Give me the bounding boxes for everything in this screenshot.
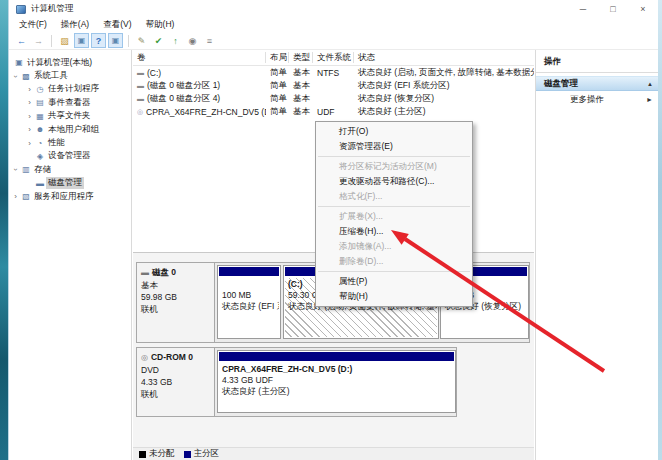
legend-unallocated: 未分配 xyxy=(139,448,175,460)
disk-management-icon: ▬ xyxy=(34,179,46,188)
volume-type: 基本 xyxy=(289,80,313,92)
partition-color-band xyxy=(219,352,454,361)
disk-0-header[interactable]: ▬磁盘 0 基本 59.98 GB 联机 xyxy=(137,263,215,342)
tree-item-task-scheduler[interactable]: › ◷ 任务计划程序 xyxy=(9,83,131,96)
services-icon: ▧ xyxy=(20,192,32,201)
close-button[interactable]: × xyxy=(628,0,658,18)
show-console-tree-icon[interactable]: ▣ xyxy=(74,33,89,48)
partition-status: 状态良好 (EFI 系统分区) xyxy=(222,301,276,312)
volume-row-c[interactable]: ▬(C:) 简单 基本 NTFS 状态良好 (启动, 页面文件, 故障转储, 基… xyxy=(133,66,534,79)
list-icon[interactable]: ≡ xyxy=(202,33,217,48)
menu-item-mark-active: 将分区标记为活动分区(M) xyxy=(316,159,472,174)
tree-item-system-tools[interactable]: › ▩ 系统工具 xyxy=(9,69,131,82)
minimize-button[interactable]: ─ xyxy=(568,0,598,18)
volume-type: 基本 xyxy=(289,106,313,118)
menu-item-open[interactable]: 打开(O) xyxy=(316,124,472,139)
tree-item-disk-management[interactable]: ▬ 磁盘管理 xyxy=(9,177,131,190)
export-icon[interactable]: ▨ xyxy=(57,33,72,48)
volume-status: 状态良好 (EFI 系统分区) xyxy=(354,80,534,92)
volume-layout: 简单 xyxy=(266,67,289,79)
back-icon[interactable]: ← xyxy=(14,33,29,48)
column-header-volume[interactable]: 卷 xyxy=(133,52,266,63)
partition-efi[interactable]: 100 MB 状态良好 (EFI 系统分区) xyxy=(217,265,281,339)
menu-item-shrink-volume[interactable]: 压缩卷(H)... xyxy=(316,224,472,239)
forward-icon[interactable]: → xyxy=(31,33,46,48)
tree-item-label: 服务和应用程序 xyxy=(32,191,96,203)
partition-label: CPRA_X64FRE_ZH-CN_DV5 (D:) xyxy=(222,364,451,375)
actions-group-disk-management[interactable]: 磁盘管理 ▲ xyxy=(536,76,659,91)
event-viewer-icon: ▤ xyxy=(34,98,46,107)
chevron-collapsed-icon[interactable]: › xyxy=(25,98,34,107)
volume-filesystem: UDF xyxy=(313,107,354,117)
partition-dvd[interactable]: CPRA_X64FRE_ZH-CN_DV5 (D:) 4.33 GB UDF 状… xyxy=(217,350,456,413)
column-header-filesystem[interactable]: 文件系统 xyxy=(313,52,354,63)
maximize-button[interactable]: □ xyxy=(598,0,628,18)
volume-type: 基本 xyxy=(289,93,313,105)
column-header-status[interactable]: 状态 xyxy=(354,52,534,63)
chevron-expanded-icon[interactable]: › xyxy=(11,72,20,81)
tree-item-event-viewer[interactable]: › ▤ 事件查看器 xyxy=(9,96,131,109)
tree-item-storage[interactable]: › ▥ 存储 xyxy=(9,163,131,176)
menu-help[interactable]: 帮助(H) xyxy=(139,19,182,31)
console-tree: ▣ 计算机管理(本地) › ▩ 系统工具 › ◷ 任务计划程序 › ▤ 事件查看… xyxy=(9,50,132,460)
volume-row-dvd[interactable]: ◎CPRA_X64FRE_ZH-CN_DV5 (D:) 简单 基本 UDF 状态… xyxy=(133,105,534,118)
menu-item-change-drive-letter[interactable]: 更改驱动器号和路径(C)... xyxy=(316,174,472,189)
tree-item-performance[interactable]: › ◔ 性能 xyxy=(9,136,131,149)
menu-item-help[interactable]: 帮助(H) xyxy=(316,289,472,304)
up-level-icon[interactable]: ↑ xyxy=(168,33,183,48)
volume-type: 基本 xyxy=(289,67,313,79)
menu-file[interactable]: 文件(F) xyxy=(12,19,54,31)
computer-icon: ▣ xyxy=(13,58,25,67)
tree-item-computer-management[interactable]: ▣ 计算机管理(本地) xyxy=(9,56,131,69)
chevron-collapsed-icon[interactable]: › xyxy=(25,125,34,134)
disk-name: 磁盘 0 xyxy=(152,267,176,277)
tree-item-label: 任务计划程序 xyxy=(46,83,101,95)
help-icon[interactable]: ? xyxy=(91,33,106,48)
menu-separator xyxy=(318,271,470,272)
volume-icon: ▬ xyxy=(137,82,144,89)
volume-context-menu: 打开(O) 资源管理器(E) 将分区标记为活动分区(M) 更改驱动器号和路径(C… xyxy=(315,121,473,307)
manage-icon[interactable]: ✎ xyxy=(134,33,149,48)
find-icon[interactable]: ◉ xyxy=(185,33,200,48)
menu-action[interactable]: 操作(A) xyxy=(54,19,96,31)
disk-kind: 基本 xyxy=(141,279,214,291)
tree-item-shared-folders[interactable]: › ▦ 共享文件夹 xyxy=(9,110,131,123)
tree-item-services-applications[interactable]: › ▧ 服务和应用程序 xyxy=(9,190,131,203)
menu-bar: 文件(F) 操作(A) 查看(V) 帮助(H) xyxy=(9,18,658,32)
desktop-background-right xyxy=(658,0,662,460)
desktop-background-left xyxy=(0,0,8,460)
tree-item-label: 存储 xyxy=(32,164,53,176)
volume-row-partition1[interactable]: ▬(磁盘 0 磁盘分区 1) 简单 基本 状态良好 (EFI 系统分区) xyxy=(133,79,534,92)
volume-icon: ▬ xyxy=(137,95,144,102)
submenu-arrow-icon: ► xyxy=(646,96,653,103)
volume-row-partition4[interactable]: ▬(磁盘 0 磁盘分区 4) 简单 基本 状态良好 (恢复分区) xyxy=(133,92,534,105)
volume-list-header: 卷 布局 类型 文件系统 状态 xyxy=(133,50,534,66)
cd-icon: ◎ xyxy=(141,353,148,362)
cdrom-0-header[interactable]: ◎CD-ROM 0 DVD 4.33 GB 联机 xyxy=(137,348,215,416)
menu-separator xyxy=(318,206,470,207)
titlebar[interactable]: 计算机管理 ─ □ × xyxy=(9,0,658,18)
chevron-collapsed-icon[interactable]: › xyxy=(11,192,20,201)
disk-state: 联机 xyxy=(141,388,214,400)
chevron-expanded-icon[interactable]: › xyxy=(11,165,20,174)
menu-item-explorer[interactable]: 资源管理器(E) xyxy=(316,139,472,154)
column-header-type[interactable]: 类型 xyxy=(289,52,313,63)
volume-name: (C:) xyxy=(147,68,161,78)
disk-name: CD-ROM 0 xyxy=(151,352,193,362)
chevron-collapsed-icon[interactable]: › xyxy=(25,139,34,148)
collapse-icon[interactable]: ▲ xyxy=(647,81,653,87)
menu-item-properties[interactable]: 属性(P) xyxy=(316,274,472,289)
check-disk-icon[interactable]: ✔ xyxy=(151,33,166,48)
chevron-collapsed-icon[interactable]: › xyxy=(25,112,34,121)
tree-item-label: 设备管理器 xyxy=(46,150,93,162)
show-action-pane-icon[interactable]: ▣ xyxy=(108,33,123,48)
tree-item-local-users-groups[interactable]: › ☻ 本地用户和组 xyxy=(9,123,131,136)
actions-more-actions[interactable]: 更多操作 ► xyxy=(536,91,659,108)
computer-management-window: 计算机管理 ─ □ × 文件(F) 操作(A) 查看(V) 帮助(H) ← → … xyxy=(8,0,658,460)
menu-view[interactable]: 查看(V) xyxy=(96,19,138,31)
tree-item-device-manager[interactable]: ◈ 设备管理器 xyxy=(9,150,131,163)
chevron-collapsed-icon[interactable]: › xyxy=(25,85,34,94)
toolbar-separator xyxy=(51,35,52,47)
column-header-layout[interactable]: 布局 xyxy=(266,52,289,63)
screen: 计算机管理 ─ □ × 文件(F) 操作(A) 查看(V) 帮助(H) ← → … xyxy=(0,0,662,460)
